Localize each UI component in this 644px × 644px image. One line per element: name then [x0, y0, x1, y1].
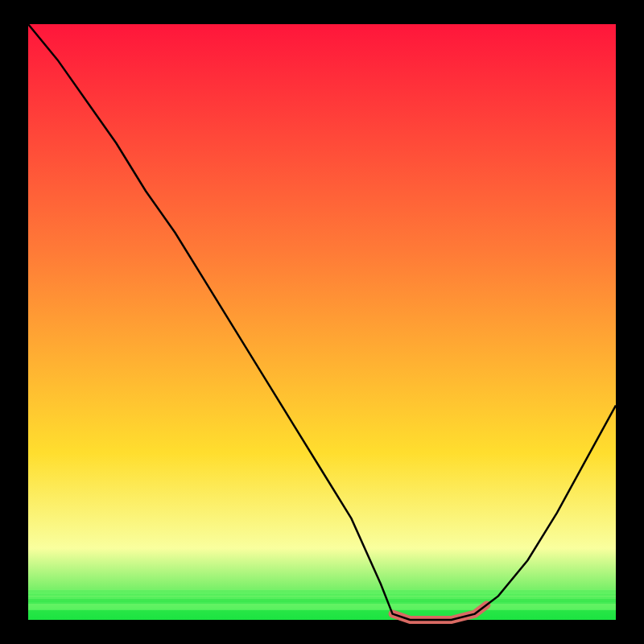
svg-rect-5	[28, 589, 616, 594]
bottleneck-chart	[0, 0, 644, 644]
zero-band	[28, 589, 616, 618]
svg-rect-0	[28, 609, 616, 618]
plot-area	[28, 24, 616, 620]
